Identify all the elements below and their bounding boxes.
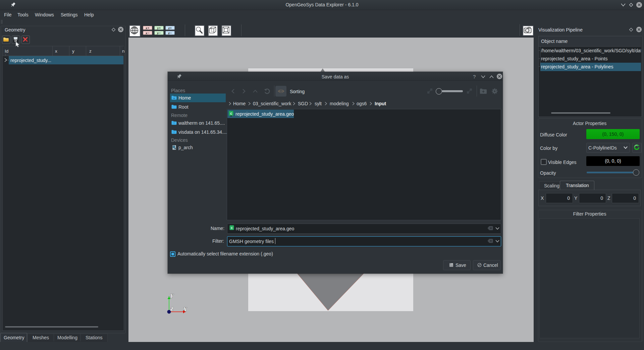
svg-text:c: c bbox=[231, 226, 233, 230]
svg-text:Y: Y bbox=[170, 293, 174, 299]
svg-text:c: c bbox=[230, 112, 232, 115]
